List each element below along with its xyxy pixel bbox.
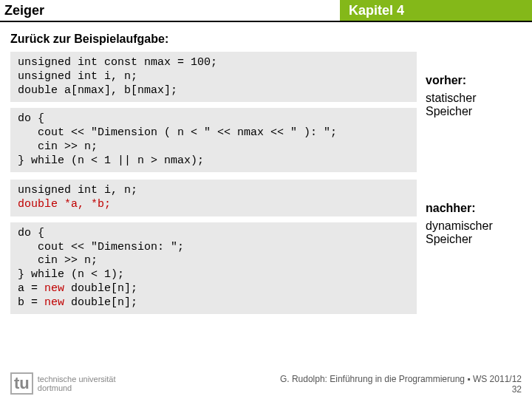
code-1a: unsigned int const nmax = 100; unsigned … — [10, 52, 417, 102]
header-left: Zeiger — [0, 0, 340, 21]
block-2: unsigned int i, n; double *a, *b; do { c… — [0, 180, 532, 321]
side2-text: dynamischer Speicher — [426, 219, 522, 246]
side-1: vorher: statischer Speicher — [426, 52, 522, 172]
code-2a: unsigned int i, n; double *a, *b; — [10, 180, 417, 216]
block-1: unsigned int const nmax = 100; unsigned … — [0, 52, 532, 180]
page-number: 32 — [280, 384, 522, 395]
subtitle: Zurück zur Beispielaufgabe: — [0, 22, 532, 52]
header-right: Kapitel 4 — [340, 0, 532, 21]
side-2: nachher: dynamischer Speicher — [426, 180, 522, 314]
code-2b: do { cout << "Dimension: "; cin >> n; } … — [10, 222, 417, 315]
side1-label: vorher: — [426, 74, 522, 87]
credit: G. Rudolph: Einführung in die Programmie… — [280, 374, 522, 384]
slide-header: Zeiger Kapitel 4 — [0, 0, 532, 22]
uni-line1: technische universität — [38, 375, 116, 383]
side1-text: statischer Speicher — [426, 92, 522, 118]
side2-label: nachher: — [426, 202, 522, 215]
uni-line2: dortmund — [38, 383, 116, 392]
footer: tu technische universität dortmund G. Ru… — [10, 372, 522, 395]
tu-logo-icon: tu — [10, 372, 33, 395]
logo: tu technische universität dortmund — [10, 372, 116, 395]
code-1b: do { cout << "Dimension ( n < " << nmax … — [10, 108, 417, 172]
